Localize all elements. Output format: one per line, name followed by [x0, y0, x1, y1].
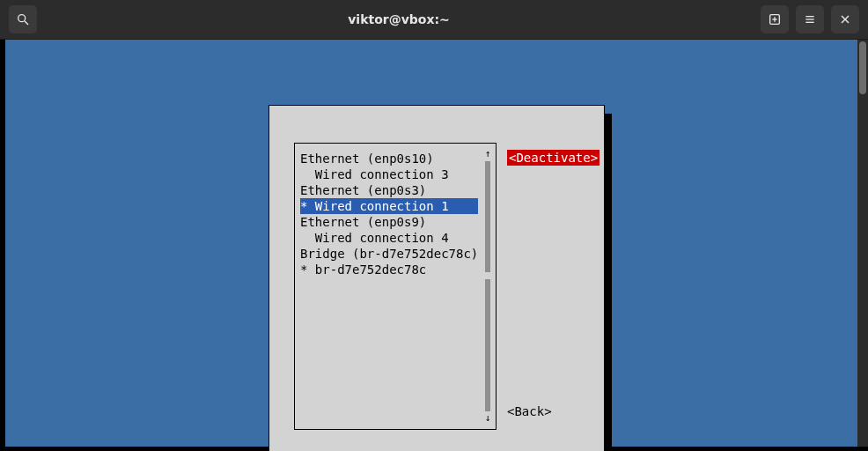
window-titlebar: viktor@vbox:~	[0, 0, 868, 40]
terminal-scroll-thumb[interactable]	[859, 41, 866, 94]
menu-button[interactable]	[796, 5, 824, 33]
connection-listbox[interactable]: Ethernet (enp0s10) Wired connection 3 Et…	[294, 143, 497, 430]
new-tab-button[interactable]	[761, 5, 789, 33]
terminal-area: Ethernet (enp0s10) Wired connection 3 Et…	[0, 40, 868, 451]
back-button[interactable]: <Back>	[507, 403, 552, 419]
svg-line-1	[25, 21, 28, 25]
svg-point-0	[18, 15, 26, 22]
list-scrollbar[interactable]: ↑ ↓	[483, 149, 492, 424]
device-header: Ethernet (enp0s3)	[300, 182, 478, 198]
close-icon	[838, 12, 852, 26]
connection-item[interactable]: Wired connection 4	[300, 230, 478, 246]
scroll-thumb-gap	[483, 272, 492, 279]
scroll-track[interactable]	[485, 161, 490, 411]
connection-item-selected[interactable]: * Wired connection 1	[300, 198, 478, 214]
hamburger-icon	[803, 12, 817, 26]
scroll-down-icon[interactable]: ↓	[483, 413, 492, 424]
connection-item[interactable]: * br-d7e752dec78c	[300, 262, 478, 277]
connection-list: Ethernet (enp0s10) Wired connection 3 Et…	[300, 151, 478, 422]
device-header: Ethernet (enp0s9)	[300, 214, 478, 230]
search-button[interactable]	[9, 5, 37, 33]
connection-item[interactable]: Wired connection 3	[300, 166, 478, 182]
scroll-up-icon[interactable]: ↑	[483, 149, 492, 159]
device-header: Ethernet (enp0s10)	[300, 151, 478, 166]
new-tab-icon	[768, 12, 782, 26]
close-window-button[interactable]	[831, 5, 859, 33]
terminal-scrollbar[interactable]	[857, 40, 868, 447]
window-title: viktor@vbox:~	[37, 13, 761, 26]
device-header: Bridge (br-d7e752dec78c)	[300, 246, 478, 262]
nmtui-dialog: Ethernet (enp0s10) Wired connection 3 Et…	[268, 105, 605, 451]
search-icon	[16, 12, 30, 26]
deactivate-button[interactable]: <Deactivate>	[507, 150, 600, 166]
